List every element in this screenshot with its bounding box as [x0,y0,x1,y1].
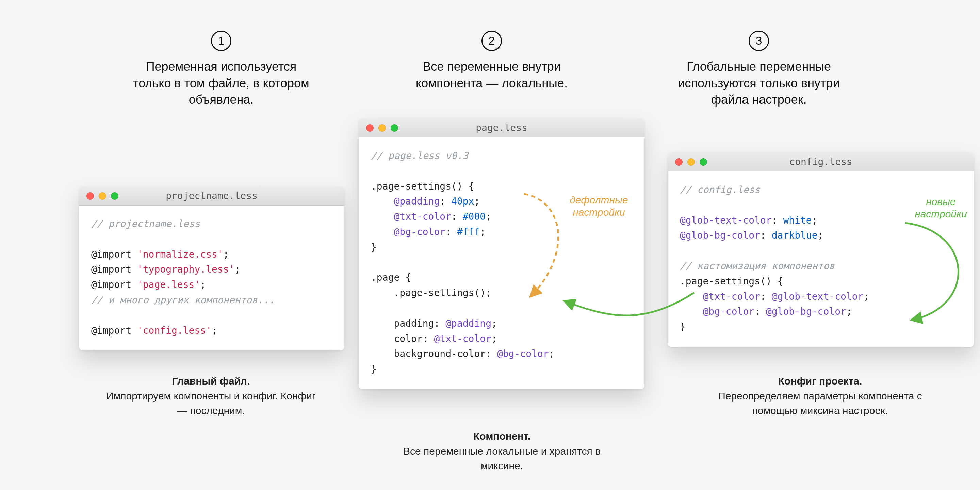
code-token: @glob-bg-color [680,230,760,241]
zoom-icon [111,192,118,200]
caption-project: Главный файл. Импортируем компоненты и к… [105,374,317,418]
code-line: // и много других компонентов... [91,294,275,305]
code-token: ; [212,325,218,336]
rule-3-badge: 3 [749,30,769,51]
zoom-icon [391,124,398,132]
code-token: darkblue [772,230,818,241]
code-token: : [423,333,434,344]
code-token: : [754,306,766,317]
traffic-light-icons [366,124,398,132]
code-token: #000 [463,211,485,222]
rule-3-text: Глобальные переменные используются тольк… [667,59,851,108]
rule-3: 3 Глобальные переменные используются тол… [667,30,851,108]
code-token: @padding [445,318,492,329]
code-token: #fff [457,226,480,237]
traffic-light-icons [86,192,118,200]
code-line: // кастомизация компонентов [680,260,835,272]
code-line: // page.less v0.3 [371,150,469,161]
code-token: @txt-color [434,333,492,344]
code-token: @txt-color [680,291,760,302]
caption-page: Компонент. Все переменные локальные и хр… [403,429,601,473]
code-token: @import [91,264,137,275]
traffic-light-icons [675,158,707,166]
code-line: // config.less [680,184,760,195]
window-config-titlebar: config.less [668,153,974,172]
rule-1-text: Переменная используется только в том фай… [129,59,313,108]
minimize-icon [99,192,106,200]
code-line: // projectname.less [91,218,200,229]
code-token: @txt-color [371,211,451,222]
code-token: background-color [371,348,485,360]
code-line: .page { [371,272,411,283]
rule-1-badge: 1 [211,30,231,51]
code-token: 40px [451,196,474,207]
minimize-icon [687,158,695,166]
code-token: ; [818,230,824,241]
code-token: @bg-color [371,226,445,237]
code-token: ; [200,279,206,290]
rule-1-number: 1 [218,33,224,49]
close-icon [366,124,374,132]
code-token: 'normalize.css' [137,249,223,260]
zoom-icon [700,158,707,166]
code-token: white [783,215,811,226]
code-token: ; [492,333,497,344]
code-token: 'config.less' [137,325,212,336]
code-token: @glob-bg-color [766,306,846,317]
minimize-icon [379,124,386,132]
code-token: ; [549,348,555,360]
code-token: : [440,196,451,207]
code-token: ; [223,249,229,260]
code-line: } [680,321,686,332]
window-project-titlebar: projectname.less [79,186,344,205]
code-token: padding [371,318,434,329]
code-token: ; [474,196,480,207]
window-config-title: config.less [789,156,852,167]
code-token: : [451,211,463,222]
window-page-titlebar: page.less [359,118,644,137]
window-page-title: page.less [476,122,527,134]
annotation-default: дефолтные настройки [562,194,636,218]
code-line: .page-settings() { [371,181,474,192]
code-token: @import [91,279,137,290]
code-token: @import [91,325,137,336]
code-token: ; [863,291,869,302]
caption-project-text: Импортируем компоненты и конфиг. Конфиг … [106,390,316,417]
code-token: ; [485,211,492,222]
code-token: : [760,291,772,302]
code-token: ; [812,215,818,226]
code-line: } [371,242,377,253]
rule-2-badge: 2 [482,30,502,51]
annotation-new: новые настройки [907,196,975,220]
window-page-code: // page.less v0.3 .page-settings() { @pa… [359,137,644,389]
close-icon [675,158,682,166]
code-token: : [772,215,783,226]
code-token: @glob-text-color [772,291,864,302]
caption-page-title: Компонент. [473,430,530,442]
rule-1: 1 Переменная используется только в том ф… [129,30,313,108]
rule-2: 2 Все переменные внутри компонента — лок… [400,30,584,92]
window-project-title: projectname.less [166,190,258,202]
code-token: 'typography.less' [137,264,235,275]
code-token: @glob-text-color [680,215,772,226]
code-token: .page-settings() [371,287,485,298]
caption-page-text: Все переменные локальные и хранятся в ми… [403,445,601,472]
code-token: @bg-color [497,348,549,360]
code-token: : [760,230,772,241]
code-token: ; [485,287,492,298]
code-token: ; [492,318,497,329]
window-project: projectname.less // projectname.less @im… [79,186,344,350]
code-token: @padding [371,196,440,207]
caption-config: Конфиг проекта. Переопределяем параметры… [714,374,926,418]
code-token: : [434,318,445,329]
caption-config-title: Конфиг проекта. [778,375,862,387]
code-token: color [371,333,423,344]
close-icon [86,192,94,200]
code-token: @import [91,249,137,260]
code-token: ; [846,306,852,317]
rule-2-text: Все переменные внутри компонента — локал… [400,59,584,92]
code-token: ; [480,226,485,237]
code-token: : [445,226,457,237]
caption-config-text: Переопределяем параметры компонента с по… [718,390,922,417]
code-token: 'page.less' [137,279,200,290]
